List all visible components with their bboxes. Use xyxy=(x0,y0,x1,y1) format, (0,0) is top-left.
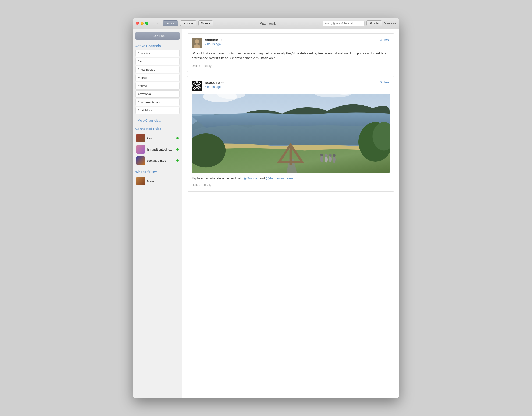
svg-point-20 xyxy=(329,154,331,157)
verified-icon-1: ⊙ xyxy=(219,38,222,42)
caption-before: Explored an abandoned island with xyxy=(192,176,244,180)
svg-point-21 xyxy=(332,156,335,163)
post-author-name-1: dominic xyxy=(205,38,218,42)
pub-name-transitiontech: h.transitiontech.ca xyxy=(147,148,174,151)
post-avatar-neauoire xyxy=(192,81,202,91)
traffic-lights xyxy=(136,22,148,25)
pub-status-kas xyxy=(176,137,179,139)
post-author-name-2: Neauoire xyxy=(205,81,220,85)
pub-item-transitiontech[interactable]: h.transitiontech.ca xyxy=(135,144,180,155)
post-time-1: 2 hours ago xyxy=(205,42,380,46)
minimize-button[interactable] xyxy=(141,22,144,25)
svg-point-1 xyxy=(195,39,199,44)
channel-item[interactable]: #dystopia xyxy=(135,90,180,98)
neauoire-avatar-image xyxy=(192,81,202,91)
post-header-1: dominic ⊙ 2 hours ago 3 likes xyxy=(192,38,390,48)
pub-item-ssb[interactable]: ssb.alarum.de xyxy=(135,155,180,166)
search-input[interactable] xyxy=(323,20,365,26)
mention-dominic[interactable]: @Dominic xyxy=(243,176,258,180)
pub-item-kas[interactable]: kas xyxy=(135,133,180,144)
svg-point-22 xyxy=(332,154,335,157)
more-button[interactable]: More ▾ xyxy=(198,20,213,26)
svg-point-15 xyxy=(320,155,323,162)
kas-avatar-image xyxy=(136,134,145,142)
channel-item[interactable]: #ssb xyxy=(135,58,180,65)
maximize-button[interactable] xyxy=(145,22,148,25)
pub-status-transitiontech xyxy=(176,148,179,151)
verified-icon-2: ⊙ xyxy=(221,81,224,85)
private-tab[interactable]: Private xyxy=(180,20,196,26)
post-image-2 xyxy=(192,94,390,173)
connected-pubs-title: Connected Pubs xyxy=(135,127,180,131)
reply-button-2[interactable]: Reply xyxy=(204,184,212,187)
dominic-avatar-image xyxy=(192,38,202,48)
channel-item[interactable]: #new-people xyxy=(135,66,180,73)
post-header-2: Neauoire ⊙ 4 hours ago 3 likes xyxy=(192,81,390,91)
unlike-button-1[interactable]: Unlike xyxy=(192,64,200,68)
channel-item[interactable]: #documentation xyxy=(135,99,180,106)
who-to-follow-section: Who to follow Mayel xyxy=(135,170,180,187)
post-card-2: Neauoire ⊙ 4 hours ago 3 likes xyxy=(187,76,394,192)
sidebar: + Join Pub Active Channels #cat-pics #ss… xyxy=(133,29,182,398)
nav-arrows: ‹ › xyxy=(152,21,159,26)
svg-point-17 xyxy=(325,156,327,163)
post-likes-2[interactable]: 3 likes xyxy=(380,81,390,84)
pub-avatar-transitiontech xyxy=(136,145,145,154)
more-label: More xyxy=(201,21,208,25)
svg-point-16 xyxy=(320,154,323,156)
post-caption-2: Explored an abandoned island with @Domin… xyxy=(192,176,390,181)
unlike-button-2[interactable]: Unlike xyxy=(192,184,200,187)
post-body-1: When I first saw these robots, I immedia… xyxy=(192,51,390,61)
chevron-down-icon: ▾ xyxy=(209,21,210,25)
follow-item-mayel[interactable]: Mayel xyxy=(135,175,180,187)
app-window: ‹ › Public Private More ▾ Patchwork Prof… xyxy=(133,18,399,398)
follow-name-mayel: Mayel xyxy=(147,180,155,183)
reply-button-1[interactable]: Reply xyxy=(204,64,212,68)
back-button[interactable]: ‹ xyxy=(152,21,155,26)
post-likes-1[interactable]: 3 likes xyxy=(380,38,390,41)
post-avatar-dominic xyxy=(192,38,202,48)
mentions-button[interactable]: Mentions xyxy=(384,21,396,25)
main-layout: + Join Pub Active Channels #cat-pics #ss… xyxy=(133,29,399,398)
app-title: Patchwork xyxy=(215,21,321,25)
feed: dominic ⊙ 2 hours ago 3 likes When I fir… xyxy=(182,29,399,398)
profile-button[interactable]: Profile xyxy=(366,20,382,26)
pub-list: kas h.transitiontech.ca ssb.alarum.de xyxy=(135,133,180,166)
close-button[interactable] xyxy=(136,22,139,25)
caption-mid: and xyxy=(259,176,266,180)
post-meta-2: Neauoire ⊙ 4 hours ago xyxy=(205,81,380,88)
pub-avatar-kas xyxy=(136,134,145,142)
pub-status-ssb xyxy=(176,159,179,162)
pub-name-ssb: ssb.alarum.de xyxy=(147,159,174,162)
active-channels-title: Active Channels xyxy=(135,44,180,48)
channel-item[interactable]: #cat-pics xyxy=(135,49,180,57)
trans-avatar-image xyxy=(136,145,145,154)
channel-item[interactable]: #flume xyxy=(135,82,180,89)
pub-name-kas: kas xyxy=(147,136,174,140)
channel-item[interactable]: #boats xyxy=(135,74,180,81)
post-time-2: 4 hours ago xyxy=(205,85,380,88)
who-to-follow-title: Who to follow xyxy=(135,170,180,174)
post-meta-1: dominic ⊙ 2 hours ago xyxy=(205,38,380,46)
channel-list: #cat-pics #ssb #new-people #boats #flume… xyxy=(135,49,180,114)
post-actions-1: Unlike Reply xyxy=(192,64,390,68)
post-actions-2: Unlike Reply xyxy=(192,184,390,187)
forward-button[interactable]: › xyxy=(156,21,159,26)
caption-after: . xyxy=(294,176,295,180)
landscape-svg xyxy=(192,94,390,173)
more-channels-link[interactable]: More Channels... xyxy=(135,118,180,123)
ssb-avatar-image xyxy=(136,156,145,165)
post-author-2: Neauoire ⊙ xyxy=(205,81,380,85)
landscape-image xyxy=(192,94,390,173)
public-tab[interactable]: Public xyxy=(163,20,178,26)
mayel-avatar-image xyxy=(136,177,145,185)
svg-point-18 xyxy=(325,154,327,157)
join-pub-button[interactable]: + Join Pub xyxy=(135,32,180,40)
channel-item[interactable]: #patchless xyxy=(135,107,180,114)
post-author-1: dominic ⊙ xyxy=(205,38,380,42)
titlebar: ‹ › Public Private More ▾ Patchwork Prof… xyxy=(133,18,399,29)
pub-avatar-ssb xyxy=(136,156,145,165)
follow-avatar-mayel xyxy=(136,177,145,185)
post-card-1: dominic ⊙ 2 hours ago 3 likes When I fir… xyxy=(187,33,394,72)
mention-dangerousbeans[interactable]: @dangerousbeans xyxy=(266,176,294,180)
